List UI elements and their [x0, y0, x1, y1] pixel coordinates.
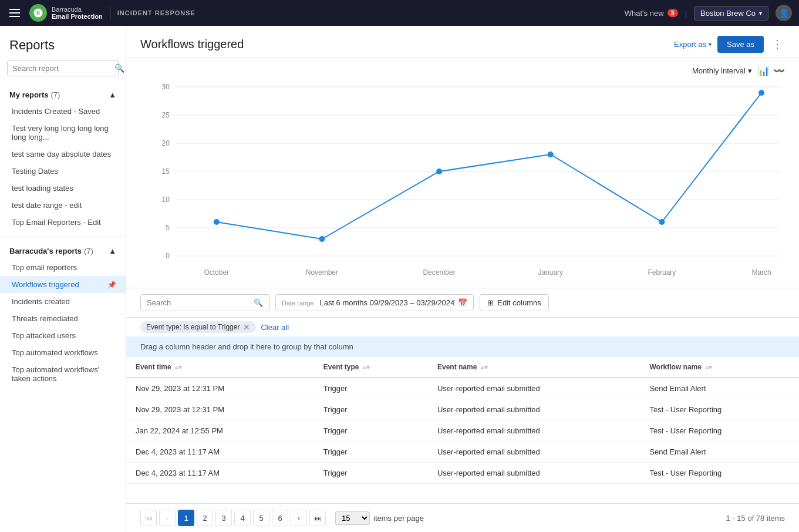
- sidebar-item-test-loading[interactable]: test loading states: [0, 180, 126, 197]
- pin-icon: 📌: [107, 281, 116, 289]
- sidebar-item-incidents-created-saved[interactable]: Incidents Created - Saved: [0, 103, 126, 120]
- page-4-button[interactable]: 4: [234, 510, 251, 526]
- date-range-value: Last 6 months 09/29/2023 – 03/29/2024: [319, 298, 454, 307]
- sidebar-search-area: 🔍: [0, 60, 126, 83]
- page-actions: Export as ▾ Save as ⋮: [674, 35, 785, 53]
- tag-label: Event type: Is equal to Trigger: [146, 323, 240, 331]
- items-per-page-label: items per page: [373, 514, 424, 523]
- edit-columns-grid-icon: ⊞: [487, 298, 494, 307]
- cell-event-type: Trigger: [314, 463, 428, 484]
- nav-right: What's new 3 | Boston Brew Co ▾ 👤: [625, 5, 792, 21]
- cell-workflow-name: Test - User Reporting: [640, 463, 799, 484]
- search-input[interactable]: [12, 64, 111, 73]
- table-row: Dec 4, 2023 at 11:17 AM Trigger User-rep…: [126, 442, 799, 463]
- pagination-summary: 1 - 15 of 78 items: [726, 514, 785, 523]
- my-reports-header[interactable]: My reports (7) ▲: [0, 87, 126, 103]
- cell-event-time: Nov 29, 2023 at 12:31 PM: [126, 378, 314, 399]
- search-box[interactable]: 🔍: [7, 60, 119, 76]
- save-as-button[interactable]: Save as: [717, 36, 764, 53]
- sidebar-item-incidents-created[interactable]: Incidents created: [0, 293, 126, 310]
- first-page-button[interactable]: ⏮: [140, 510, 157, 526]
- sidebar-item-testing-dates[interactable]: Testing Dates: [0, 163, 126, 180]
- svg-text:February: February: [648, 268, 676, 277]
- page-1-button[interactable]: 1: [178, 510, 194, 526]
- filter-search-box[interactable]: 🔍: [140, 294, 269, 311]
- sidebar-item-threats-remediated[interactable]: Threats remediated: [0, 310, 126, 327]
- filter-search-input[interactable]: [147, 298, 250, 307]
- svg-text:30: 30: [162, 83, 170, 91]
- prev-page-button[interactable]: ‹: [159, 510, 176, 526]
- chart-controls: Monthly interval ▾ 📊 〰️: [140, 65, 785, 76]
- user-avatar-icon[interactable]: 👤: [776, 5, 792, 21]
- cell-workflow-name: Send Email Alert: [640, 442, 799, 463]
- per-page-selector: 15 25 50 items per page: [335, 511, 424, 525]
- my-reports-section: My reports (7) ▲ Incidents Created - Sav…: [0, 83, 126, 234]
- cell-workflow-name: Test - User Reporting: [640, 399, 799, 420]
- table-header: Event time ≡▾ Event type ≡▾: [126, 357, 799, 378]
- cell-event-time: Jan 22, 2024 at 12:55 PM: [126, 420, 314, 442]
- cell-workflow-name: Send Email Alert: [640, 378, 799, 399]
- next-page-button[interactable]: ›: [291, 510, 307, 526]
- sidebar-item-test-date-range[interactable]: test date range - edit: [0, 197, 126, 214]
- sidebar-item-top-automated-workflows[interactable]: Top automated workflows: [0, 344, 126, 361]
- sidebar-item-test-same-day[interactable]: test same day absolute dates: [0, 146, 126, 163]
- clear-all-button[interactable]: Clear all: [261, 323, 289, 332]
- tag-remove-icon[interactable]: ✕: [243, 323, 250, 331]
- col-workflow-name[interactable]: Workflow name ≡▾: [640, 357, 799, 378]
- col-event-type[interactable]: Event type ≡▾: [314, 357, 428, 378]
- per-page-select[interactable]: 15 25 50: [335, 511, 370, 525]
- my-reports-label: My reports: [9, 90, 48, 99]
- pagination-left: ⏮ ‹ 1 2 3 4 5 6 › ⏭ 15 25 50 items per p…: [140, 510, 424, 526]
- page-2-button[interactable]: 2: [197, 510, 213, 526]
- sidebar-item-top-attacked-users[interactable]: Top attacked users: [0, 327, 126, 344]
- account-name: Boston Brew Co: [700, 9, 756, 18]
- table-row: Nov 29, 2023 at 12:31 PM Trigger User-re…: [126, 399, 799, 420]
- module-label: INCIDENT RESPONSE: [117, 9, 195, 16]
- barracuda-reports-label: Barracuda's reports: [9, 247, 82, 255]
- page-5-button[interactable]: 5: [253, 510, 269, 526]
- svg-text:January: January: [538, 268, 563, 277]
- cell-event-type: Trigger: [314, 420, 428, 442]
- svg-text:5: 5: [166, 224, 170, 232]
- interval-select[interactable]: Monthly interval ▾: [692, 66, 752, 75]
- product-name-block: Barracuda Email Protection: [52, 6, 103, 20]
- page-6-button[interactable]: 6: [272, 510, 288, 526]
- more-options-icon[interactable]: ⋮: [770, 35, 785, 53]
- svg-text:March: March: [751, 268, 771, 277]
- sidebar-item-test-long[interactable]: Test very long long long long long long.…: [0, 120, 126, 146]
- svg-text:20: 20: [162, 139, 170, 147]
- cell-event-time: Dec 4, 2023 at 11:17 AM: [126, 463, 314, 484]
- chart-wrapper: 30 25 20 15 10 5 0 October November Dece…: [140, 81, 785, 281]
- table-area: Drag a column header and drop it here to…: [126, 336, 799, 503]
- bar-chart-icon[interactable]: 📊: [758, 65, 770, 76]
- account-selector[interactable]: Boston Brew Co ▾: [694, 6, 768, 21]
- export-chevron-icon: ▾: [709, 41, 712, 48]
- line-chart-icon[interactable]: 〰️: [773, 65, 785, 76]
- sidebar-divider: [0, 237, 126, 237]
- barracuda-reports-header[interactable]: Barracuda's reports (7) ▲: [0, 243, 126, 259]
- drag-hint: Drag a column header and drop it here to…: [126, 336, 799, 357]
- sidebar-item-workflows-triggered[interactable]: Workflows triggered 📌: [0, 276, 126, 293]
- table-row: Jan 22, 2024 at 12:55 PM Trigger User-re…: [126, 420, 799, 442]
- export-as-button[interactable]: Export as ▾: [674, 40, 712, 49]
- svg-point-23: [548, 151, 554, 157]
- page-3-button[interactable]: 3: [215, 510, 232, 526]
- barracuda-reports-collapse-icon: ▲: [109, 247, 116, 255]
- sidebar-item-top-email-reporters[interactable]: Top email reporters: [0, 259, 126, 276]
- whats-new-link[interactable]: What's new 3: [625, 9, 678, 18]
- sidebar-item-top-email-reporters-edit[interactable]: Top Email Reporters - Edit: [0, 214, 126, 231]
- col-event-time[interactable]: Event time ≡▾: [126, 357, 314, 378]
- sidebar-item-top-automated-taken-actions[interactable]: Top automated workflows' taken actions: [0, 361, 126, 387]
- cell-event-type: Trigger: [314, 399, 428, 420]
- my-reports-items: Incidents Created - Saved Test very long…: [0, 103, 126, 231]
- edit-columns-button[interactable]: ⊞ Edit columns: [480, 294, 548, 311]
- account-chevron-icon: ▾: [759, 10, 762, 16]
- cell-event-time: Dec 4, 2023 at 11:17 AM: [126, 442, 314, 463]
- last-page-button[interactable]: ⏭: [309, 510, 326, 526]
- col-event-name[interactable]: Event name ≡▾: [428, 357, 640, 378]
- menu-icon[interactable]: [7, 6, 22, 19]
- sidebar-title: Reports: [0, 26, 126, 60]
- svg-point-24: [659, 219, 665, 225]
- date-range-picker[interactable]: Date range Last 6 months 09/29/2023 – 03…: [275, 294, 474, 311]
- cell-event-name: User-reported email submitted: [428, 378, 640, 399]
